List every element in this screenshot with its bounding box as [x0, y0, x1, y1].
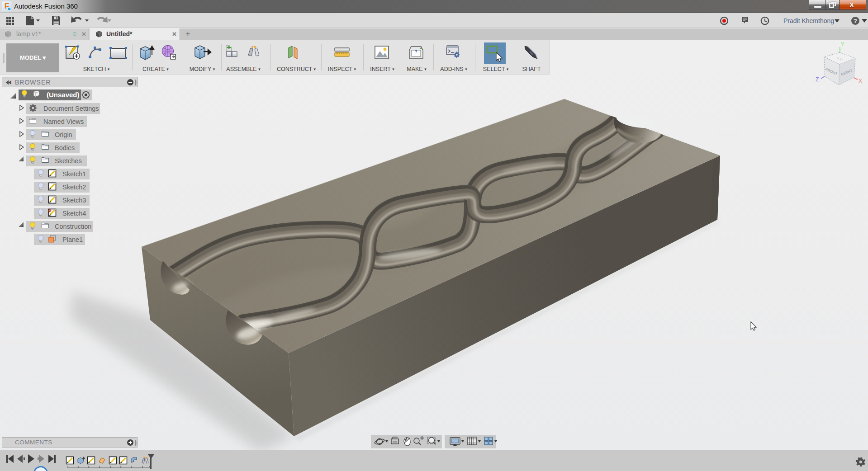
svg-text:X: X	[859, 78, 862, 84]
svg-text:Y: Y	[841, 41, 844, 47]
svg-text:?: ?	[854, 18, 857, 24]
svg-text:Pradit Khemthong: Pradit Khemthong	[783, 17, 834, 24]
svg-text:Z: Z	[816, 76, 819, 83]
